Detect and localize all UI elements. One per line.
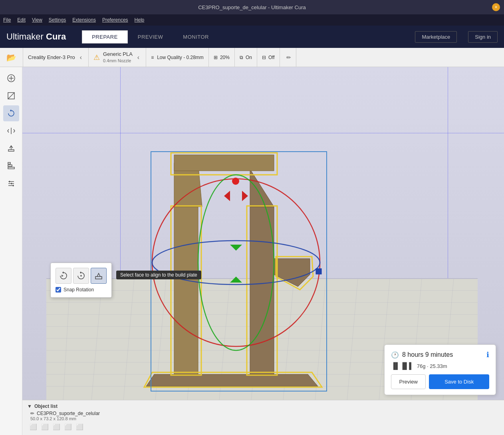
adhesion-label: Off: [268, 55, 275, 60]
svg-rect-4: [8, 165, 12, 166]
svg-rect-3: [8, 167, 14, 169]
bottom-panel: ▼ Object list ✏ CE3PRO_suporte_de_celula…: [22, 400, 504, 435]
object-list-header: ▼ Object list: [27, 403, 499, 409]
model-view-btn-2[interactable]: ⬜: [40, 423, 50, 431]
rotate-snap-button[interactable]: [73, 268, 89, 284]
edit-settings-section[interactable]: ✏: [280, 48, 296, 67]
info-panel: 🕐 8 hours 9 minutes ℹ ▐▌▐▌▌ 76g · 25.33m…: [384, 344, 496, 395]
per-model-tool-button[interactable]: [3, 158, 19, 174]
infill-label: 20%: [220, 55, 230, 60]
nav-tabs: PREPARE PREVIEW MONITOR: [82, 30, 219, 44]
svg-marker-55: [242, 191, 248, 201]
signin-button[interactable]: Sign in: [468, 31, 498, 43]
support-section[interactable]: ⧉ On: [235, 48, 257, 67]
material-section[interactable]: ⚠ Generic PLA 0.4mm Nozzle ‹: [89, 48, 146, 67]
menu-file[interactable]: File: [3, 17, 11, 23]
extra-tool-button[interactable]: [3, 176, 19, 192]
snap-rotation-checkbox[interactable]: [56, 287, 61, 293]
material-usage-row: ▐▌▐▌▌ 76g · 25.33m: [391, 362, 489, 370]
model-view-btn-1[interactable]: ⬜: [29, 423, 38, 431]
folder-section[interactable]: 📂: [0, 48, 23, 67]
material-prev-button[interactable]: ‹: [136, 54, 141, 61]
nozzle-size: 0.4mm Nozzle: [103, 58, 133, 63]
model-view-btn-3[interactable]: ⬜: [52, 423, 61, 431]
time-row: 🕐 8 hours 9 minutes ℹ: [391, 350, 489, 359]
preview-button[interactable]: Preview: [391, 374, 426, 389]
folder-icon: 📂: [6, 53, 16, 62]
svg-rect-61: [95, 277, 102, 279]
infill-section[interactable]: ⊞ 20%: [209, 48, 235, 67]
quality-icon: ≡: [151, 55, 154, 60]
menu-preferences[interactable]: Preferences: [102, 17, 128, 23]
clock-icon: 🕐: [391, 351, 399, 359]
menu-extensions[interactable]: Extensions: [72, 17, 96, 23]
marketplace-button[interactable]: Marketplace: [415, 31, 457, 43]
rotate-free-button[interactable]: [56, 268, 71, 284]
snap-rotation-label: Snap Rotation: [63, 287, 94, 293]
infill-icon: ⊞: [214, 55, 218, 60]
material-icon: ▐▌▐▌▌: [391, 362, 414, 370]
svg-marker-37: [146, 374, 318, 386]
rotate-tool-button[interactable]: [3, 105, 19, 121]
warning-icon: ⚠: [93, 53, 100, 62]
svg-marker-42: [174, 155, 274, 171]
rotate-face-button[interactable]: [91, 268, 107, 284]
printer-section: Creality Ender-3 Pro ‹: [23, 48, 89, 67]
svg-point-60: [80, 275, 82, 277]
menu-view[interactable]: View: [32, 17, 42, 23]
face-align-tooltip: Select face to align to the build plate: [116, 271, 201, 279]
object-row: ✏ CE3PRO_suporte_de_celular: [27, 411, 499, 416]
toolbar: 📂 Creality Ender-3 Pro ‹ ⚠ Generic PLA 0…: [0, 48, 504, 67]
close-button[interactable]: ×: [492, 3, 500, 11]
adhesion-section[interactable]: ⊟ Off: [257, 48, 280, 67]
quality-section[interactable]: ≡ Low Quality - 0.28mm: [146, 48, 209, 67]
material-usage: 76g · 25.33m: [417, 363, 447, 369]
chevron-icon: ▼: [27, 403, 32, 409]
tab-prepare[interactable]: PREPARE: [82, 30, 128, 44]
edit-icon: ✏: [286, 54, 291, 61]
pencil-icon: ✏: [30, 411, 34, 416]
window-title: CE3PRO_suporte_de_celular - Ultimaker Cu…: [198, 4, 306, 10]
svg-marker-39: [250, 207, 274, 374]
object-name: CE3PRO_suporte_de_celular: [37, 411, 100, 416]
menu-help[interactable]: Help: [135, 17, 145, 23]
rotation-popup: Snap Rotation: [50, 263, 112, 298]
model-view-btn-5[interactable]: ⬜: [75, 423, 84, 431]
adhesion-icon: ⊟: [262, 55, 266, 60]
tab-monitor[interactable]: MONITOR: [173, 30, 219, 44]
menu-settings[interactable]: Settings: [49, 17, 66, 23]
main-area: Snap Rotation Select face to align to th…: [0, 67, 504, 435]
printer-prev-button[interactable]: ‹: [78, 54, 83, 61]
object-list-label: Object list: [34, 403, 58, 409]
viewport[interactable]: Snap Rotation Select face to align to th…: [22, 67, 504, 435]
tab-preview[interactable]: PREVIEW: [128, 30, 173, 44]
header: Ultimaker Cura PREPARE PREVIEW MONITOR M…: [0, 26, 504, 48]
snap-rotation-row: Snap Rotation: [56, 287, 107, 293]
material-info: Generic PLA 0.4mm Nozzle: [103, 51, 133, 63]
svg-rect-5: [8, 162, 10, 164]
save-to-disk-button[interactable]: Save to Disk: [429, 374, 489, 389]
support-icon: ⧉: [240, 55, 243, 60]
menubar: File Edit View Settings Extensions Prefe…: [0, 14, 504, 26]
svg-marker-54: [224, 191, 230, 201]
move-tool-button[interactable]: [3, 70, 19, 86]
svg-rect-53: [316, 269, 321, 274]
scale-tool-button[interactable]: [3, 88, 19, 104]
printer-name: Creality Ender-3 Pro: [28, 54, 75, 60]
svg-marker-38: [174, 207, 198, 374]
model-view-btn-4[interactable]: ⬜: [63, 423, 73, 431]
menu-edit[interactable]: Edit: [17, 17, 26, 23]
svg-rect-2: [8, 150, 14, 151]
material-name: Generic PLA: [103, 51, 133, 58]
action-buttons: Preview Save to Disk: [391, 374, 489, 389]
info-icon-button[interactable]: ℹ: [486, 350, 489, 359]
rotation-tools-row: [56, 268, 107, 284]
left-toolbar: [0, 67, 22, 435]
titlebar: CE3PRO_suporte_de_celular - Ultimaker Cu…: [0, 0, 504, 14]
object-dimensions: 50.0 x 73.2 x 120.8 mm: [27, 416, 499, 421]
svg-marker-56: [230, 245, 242, 251]
support-tool-button[interactable]: [3, 140, 19, 156]
logo: Ultimaker Cura: [6, 32, 66, 42]
mirror-tool-button[interactable]: [3, 123, 19, 139]
svg-point-58: [232, 178, 239, 185]
